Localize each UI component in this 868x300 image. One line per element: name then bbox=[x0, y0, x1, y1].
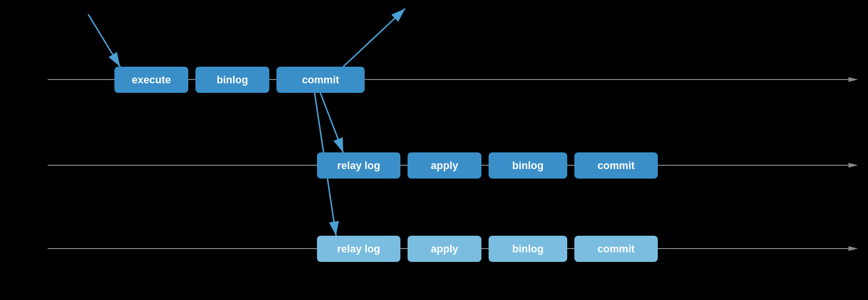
binlog2-label: binlog bbox=[512, 160, 544, 172]
binlog1-box: binlog bbox=[195, 67, 269, 93]
svg-line-8 bbox=[88, 14, 120, 67]
commit1-box: commit bbox=[276, 67, 365, 93]
apply3-box: apply bbox=[408, 236, 481, 262]
commit2-box: commit bbox=[574, 152, 658, 179]
commit3-box: commit bbox=[574, 236, 658, 262]
svg-line-10 bbox=[320, 93, 343, 152]
commit1-label: commit bbox=[302, 74, 339, 86]
apply3-label: apply bbox=[431, 243, 458, 255]
relaylog3-label: relay log bbox=[337, 243, 380, 255]
svg-marker-1 bbox=[848, 77, 858, 82]
relaylog2-box: relay log bbox=[317, 152, 400, 179]
execute-box: execute bbox=[114, 67, 188, 93]
apply2-box: apply bbox=[408, 152, 481, 179]
binlog3-box: binlog bbox=[489, 236, 567, 262]
binlog1-label: binlog bbox=[217, 74, 248, 86]
svg-line-9 bbox=[343, 9, 405, 67]
relaylog2-label: relay log bbox=[337, 160, 380, 172]
binlog2-box: binlog bbox=[489, 152, 567, 179]
execute-label: execute bbox=[132, 74, 171, 86]
diagram-container: execute binlog commit relay log apply bi… bbox=[0, 0, 868, 300]
commit2-label: commit bbox=[597, 160, 634, 172]
apply2-label: apply bbox=[431, 160, 458, 172]
svg-marker-3 bbox=[848, 163, 858, 168]
binlog3-label: binlog bbox=[512, 243, 544, 255]
commit3-label: commit bbox=[597, 243, 634, 255]
relaylog3-box: relay log bbox=[317, 236, 400, 262]
svg-marker-5 bbox=[848, 246, 858, 251]
